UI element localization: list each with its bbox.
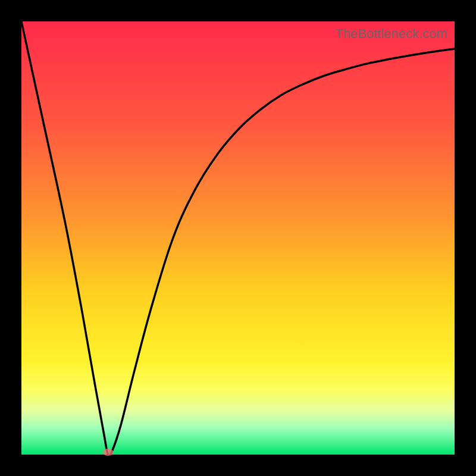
chart-frame: TheBottleneck.com [0,0,476,476]
minimum-marker [103,449,114,456]
plot-area: TheBottleneck.com [21,21,455,455]
bottleneck-curve [21,21,455,456]
curve-svg [21,21,455,455]
